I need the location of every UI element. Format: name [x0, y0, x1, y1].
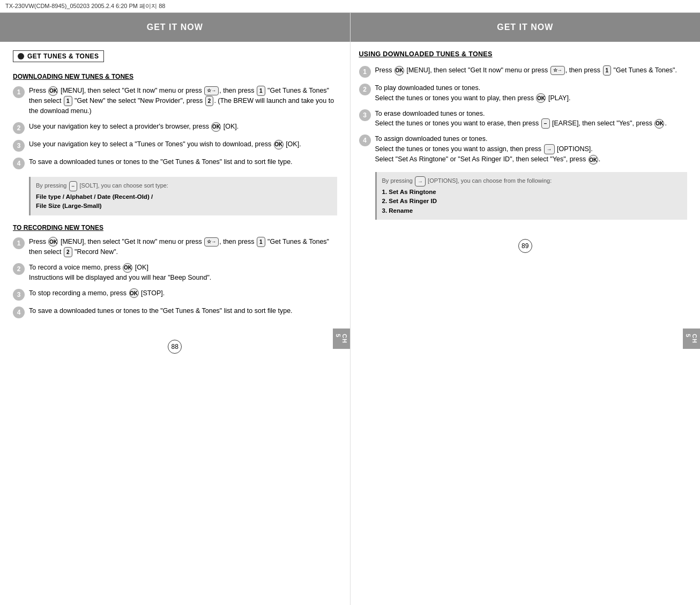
step-item: 2 To record a voice memo, press OK [OK]I…: [13, 263, 337, 283]
btn-2: 2: [205, 96, 214, 106]
ok-icon: OK: [274, 140, 284, 150]
step-number-1: 1: [13, 86, 25, 98]
step-number-3: 3: [13, 140, 25, 152]
step-text-rp3: To erase downloaded tunes or tones. Sele…: [375, 109, 688, 129]
info-box-1-bold: File type / Alphabet / Date (Recent-Old)…: [36, 192, 332, 211]
step-item: 1 Press OK [MENU], then select "Get It n…: [13, 86, 337, 116]
step-text-rp1: Press OK [MENU], then select "Get It now…: [375, 65, 688, 76]
left-page-number: 88: [0, 340, 350, 354]
nav-icon: ☆→: [204, 237, 219, 247]
meta-bar: TX-230VW(CDM-8945)_050203 2005.2.4 6:20 …: [0, 0, 700, 13]
step-item: 1 Press OK [MENU], then select "Get It n…: [13, 237, 337, 257]
ok-icon: OK: [394, 66, 404, 76]
step-item: 3 Use your navigation key to select a "T…: [13, 139, 337, 152]
btn-1: 1: [257, 86, 265, 96]
step-item: 2 Use your navigation key to select a pr…: [13, 122, 337, 134]
step-number-r4: 4: [13, 307, 25, 318]
info-box-right: By pressing → [OPTIONS], you can choose …: [375, 172, 688, 220]
step-item: 4 To save a downloaded tunes or tones to…: [13, 157, 337, 169]
using-heading: USING DOWNLOADED TUNES & TONES: [359, 50, 688, 58]
ok-icon: OK: [48, 237, 58, 247]
ok-icon: OK: [654, 119, 664, 129]
sub2-heading: TO RECORDING NEW TONES: [13, 224, 337, 231]
btn-2c: 2: [64, 247, 72, 257]
btn-1d: 1: [603, 65, 612, 76]
step-item: 4 To assign downloaded tunes or tones. S…: [359, 134, 688, 165]
section-title-label: GET TUNES & TONES: [27, 53, 99, 60]
btn-1c: 1: [257, 237, 265, 247]
info-box-right-firstline: By pressing → [OPTIONS], you can choose …: [382, 176, 682, 186]
ok-icon: OK: [211, 122, 221, 132]
left-page-content: GET TUNES & TONES DOWNLOADING NEW TUNES …: [0, 42, 350, 334]
right-steps-list: 1 Press OK [MENU], then select "Get It n…: [359, 65, 688, 165]
step-text-2: Use your navigation key to select a prov…: [29, 122, 337, 132]
right-page-number: 89: [351, 239, 701, 253]
step-text-1: Press OK [MENU], then select "Get It now…: [29, 86, 337, 116]
step-number-rp2: 2: [359, 84, 371, 95]
right-page-content: USING DOWNLOADED TUNES & TONES 1 Press O…: [351, 42, 701, 234]
left-page-header: GET IT NOW: [0, 13, 350, 42]
section-circle-icon: [18, 53, 24, 59]
page-num-circle-89: 89: [518, 239, 532, 253]
btn-1b: 1: [64, 96, 72, 106]
ok-icon: OK: [536, 93, 546, 103]
step-item: 2 To play downloaded tunes or tones. Sel…: [359, 83, 688, 103]
step-text-r4: To save a downloaded tunes or tones to t…: [29, 306, 337, 316]
info-box-1: By pressing − [SOLT], you can choose sor…: [29, 177, 337, 215]
right-page-header: GET IT NOW: [351, 13, 701, 42]
step-text-rp4: To assign downloaded tunes or tones. Sel…: [375, 134, 688, 165]
right-header-title: GET IT NOW: [497, 23, 553, 32]
section-title-bar: GET TUNES & TONES: [13, 50, 104, 62]
step-item: 3 To erase downloaded tunes or tones. Se…: [359, 109, 688, 129]
right-side-tab: CH5: [683, 328, 700, 349]
step-text-3: Use your navigation key to select a "Tun…: [29, 139, 337, 150]
step-text-r2: To record a voice memo, press OK [OK]Ins…: [29, 263, 337, 283]
step-number-2: 2: [13, 122, 25, 134]
step-item: 4 To save a downloaded tunes or tones to…: [13, 306, 337, 318]
info-box-right-bold: 1. Set As Ringtone2. Set As Ringer ID3. …: [382, 188, 682, 215]
step-number-4: 4: [13, 158, 25, 169]
step-item: 1 Press OK [MENU], then select "Get It n…: [359, 65, 688, 78]
ok-icon: OK: [123, 263, 132, 273]
left-header-title: GET IT NOW: [147, 23, 203, 32]
step-text-4: To save a downloaded tunes or tones to t…: [29, 157, 337, 167]
meta-text: TX-230VW(CDM-8945)_050203 2005.2.4 6:20 …: [5, 3, 165, 9]
right-page-panel: GET IT NOW USING DOWNLOADED TUNES & TONE…: [351, 13, 701, 605]
ok-icon: OK: [48, 86, 58, 96]
ok-icon: OK: [589, 155, 598, 165]
left-side-tab: CH5: [333, 328, 350, 349]
step-number-r1: 1: [13, 237, 25, 249]
step-number-r2: 2: [13, 263, 25, 275]
step-text-r3: To stop recording a memo, press OK [STOP…: [29, 288, 337, 298]
sub1-heading: DOWNLOADING NEW TUNES & TONES: [13, 73, 337, 80]
sub2-steps-list: 1 Press OK [MENU], then select "Get It n…: [13, 237, 337, 318]
step-number-rp1: 1: [359, 66, 371, 78]
info-box-1-firstline: By pressing − [SOLT], you can choose sor…: [36, 181, 332, 191]
step-number-r3: 3: [13, 289, 25, 301]
ok-icon: OK: [129, 288, 139, 298]
options-btn: →: [415, 176, 426, 186]
nav-icon: ☆→: [204, 86, 219, 96]
sub1-steps-list: 1 Press OK [MENU], then select "Get It n…: [13, 86, 337, 169]
solt-btn: −: [69, 181, 78, 191]
step-number-rp3: 3: [359, 109, 371, 121]
page-num-circle-88: 88: [168, 340, 182, 354]
step-text-r1: Press OK [MENU], then select "Get It now…: [29, 237, 337, 257]
step-item: 3 To stop recording a memo, press OK [ST…: [13, 288, 337, 301]
options-icon: →: [544, 144, 555, 154]
left-page-panel: GET IT NOW GET TUNES & TONES DOWNLOADING…: [0, 13, 351, 605]
nav-icon: ☆→: [550, 66, 565, 76]
step-number-rp4: 4: [359, 135, 371, 146]
step-text-rp2: To play downloaded tunes or tones. Selec…: [375, 83, 688, 103]
main-container: GET IT NOW GET TUNES & TONES DOWNLOADING…: [0, 13, 700, 605]
minus-icon: −: [541, 118, 550, 129]
